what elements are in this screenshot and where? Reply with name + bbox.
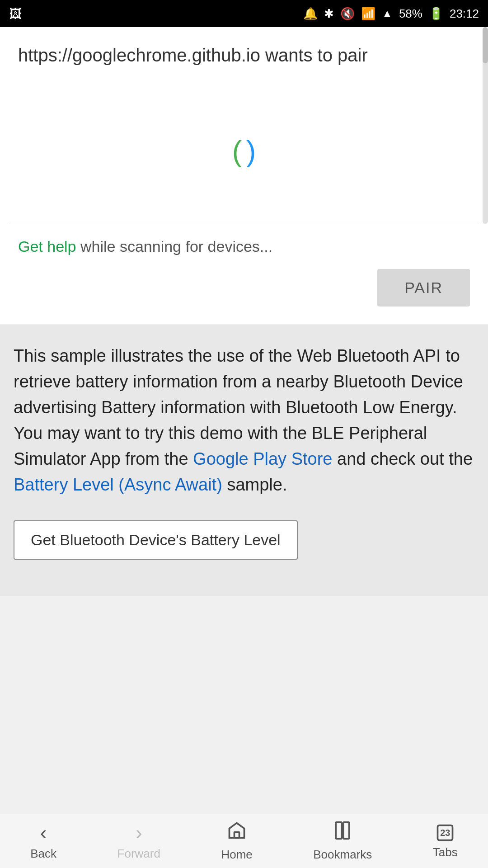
back-label: Back [30, 847, 56, 861]
battery-level-link[interactable]: Battery Level (Async Await) [14, 475, 222, 494]
get-battery-button[interactable]: Get Bluetooth Device's Battery Level [14, 520, 298, 560]
mute-icon: 🔇 [340, 7, 355, 21]
page-description: This sample illustrates the use of the W… [14, 343, 474, 498]
alarm-icon: 🔔 [303, 7, 318, 21]
spinner-area: ( ) [0, 79, 488, 224]
status-bar-left: 🖼 [9, 6, 22, 21]
tabs-label: Tabs [433, 845, 458, 859]
bookmarks-icon [333, 821, 352, 845]
forward-icon: › [136, 821, 142, 844]
nav-forward[interactable]: › Forward [117, 821, 160, 861]
wifi-icon: 📶 [361, 7, 375, 21]
desc-part2: and check out the [332, 449, 473, 468]
tabs-icon: 23 [435, 823, 455, 843]
signal-icon: ▲ [382, 7, 393, 20]
home-label: Home [221, 848, 252, 862]
google-play-link[interactable]: Google Play Store [193, 449, 332, 468]
pair-button[interactable]: PAIR [377, 269, 470, 307]
bluetooth-icon: ✱ [324, 7, 334, 21]
clock: 23:12 [450, 7, 479, 21]
dialog-scrollbar[interactable] [483, 27, 488, 224]
status-bar: 🖼 🔔 ✱ 🔇 📶 ▲ 58% 🔋 23:12 [0, 0, 488, 27]
nav-tabs[interactable]: 23 Tabs [433, 823, 458, 859]
battery-icon: 🔋 [429, 7, 443, 21]
desc-part3: sample. [222, 475, 287, 494]
nav-home[interactable]: Home [221, 821, 252, 862]
home-icon [227, 821, 247, 845]
status-right-icons: 🔔 ✱ 🔇 📶 ▲ 58% 🔋 23:12 [303, 7, 479, 21]
svg-rect-2 [343, 822, 349, 839]
spinner-paren-left: ( [232, 135, 242, 168]
back-icon: ‹ [40, 821, 47, 844]
bluetooth-pair-dialog: https://googlechrome.github.io wants to … [0, 27, 488, 325]
dialog-help-row: Get help while scanning for devices... [0, 224, 488, 260]
nav-bookmarks[interactable]: Bookmarks [313, 821, 372, 862]
svg-rect-0 [235, 832, 239, 838]
help-text: while scanning for devices... [76, 238, 273, 255]
tabs-count: 23 [440, 828, 450, 838]
forward-label: Forward [117, 847, 160, 861]
bookmarks-label: Bookmarks [313, 848, 372, 862]
spinner-paren-right: ) [246, 135, 256, 168]
scrollbar-thumb [483, 27, 488, 63]
image-icon: 🖼 [9, 6, 22, 21]
svg-rect-1 [336, 822, 342, 839]
nav-back[interactable]: ‹ Back [30, 821, 56, 861]
get-help-link[interactable]: Get help [18, 238, 76, 255]
page-content: This sample illustrates the use of the W… [0, 325, 488, 596]
bottom-nav: ‹ Back › Forward Home Bookmarks 23 [0, 814, 488, 868]
battery-percentage: 58% [399, 7, 422, 21]
dialog-actions: PAIR [0, 260, 488, 325]
dialog-title: https://googlechrome.github.io wants to … [0, 27, 488, 79]
